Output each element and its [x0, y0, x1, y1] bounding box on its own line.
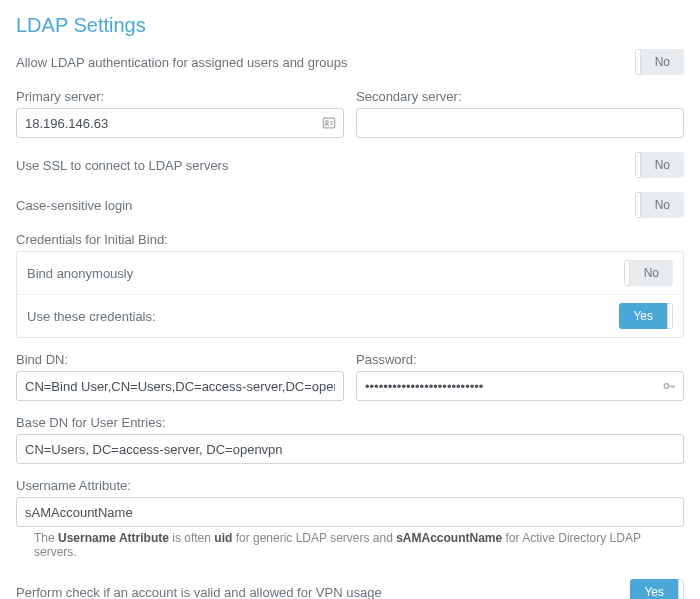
allow-ldap-toggle[interactable]: No — [635, 49, 684, 75]
toggle-value: No — [630, 260, 673, 286]
case-sensitive-row: Case-sensitive login No — [16, 192, 684, 218]
toggle-handle — [667, 303, 673, 329]
allow-ldap-label: Allow LDAP authentication for assigned u… — [16, 55, 347, 70]
allow-ldap-row: Allow LDAP authentication for assigned u… — [16, 49, 684, 75]
base-dn-input[interactable] — [16, 434, 684, 464]
toggle-value: No — [641, 192, 684, 218]
primary-server-label: Primary server: — [16, 89, 344, 104]
bind-dn-label: Bind DN: — [16, 352, 344, 367]
use-ssl-toggle[interactable]: No — [635, 152, 684, 178]
perform-check-row: Perform check if an account is valid and… — [16, 579, 684, 599]
password-label: Password: — [356, 352, 684, 367]
toggle-value: Yes — [630, 579, 678, 599]
perform-check-label: Perform check if an account is valid and… — [16, 585, 382, 600]
perform-check-toggle[interactable]: Yes — [630, 579, 684, 599]
username-attr-hint: The Username Attribute is often uid for … — [16, 531, 684, 559]
toggle-value: No — [641, 152, 684, 178]
use-ssl-label: Use SSL to connect to LDAP servers — [16, 158, 228, 173]
bind-anon-row: Bind anonymously No — [17, 252, 683, 294]
base-dn-label: Base DN for User Entries: — [16, 415, 684, 430]
toggle-value: Yes — [619, 303, 667, 329]
page-title: LDAP Settings — [16, 14, 684, 37]
username-attr-label: Username Attribute: — [16, 478, 684, 493]
toggle-handle — [678, 579, 684, 599]
toggle-value: No — [641, 49, 684, 75]
password-input[interactable] — [356, 371, 684, 401]
use-creds-toggle[interactable]: Yes — [619, 303, 673, 329]
case-sensitive-label: Case-sensitive login — [16, 198, 132, 213]
username-attr-input[interactable] — [16, 497, 684, 527]
bind-dn-input[interactable] — [16, 371, 344, 401]
secondary-server-label: Secondary server: — [356, 89, 684, 104]
primary-server-input[interactable] — [16, 108, 344, 138]
credentials-panel: Bind anonymously No Use these credential… — [16, 251, 684, 338]
use-ssl-row: Use SSL to connect to LDAP servers No — [16, 152, 684, 178]
bind-anon-label: Bind anonymously — [27, 266, 133, 281]
secondary-server-input[interactable] — [356, 108, 684, 138]
credentials-header: Credentials for Initial Bind: — [16, 232, 684, 247]
bind-anon-toggle[interactable]: No — [624, 260, 673, 286]
use-creds-row: Use these credentials: Yes — [17, 294, 683, 337]
case-sensitive-toggle[interactable]: No — [635, 192, 684, 218]
use-creds-label: Use these credentials: — [27, 309, 156, 324]
